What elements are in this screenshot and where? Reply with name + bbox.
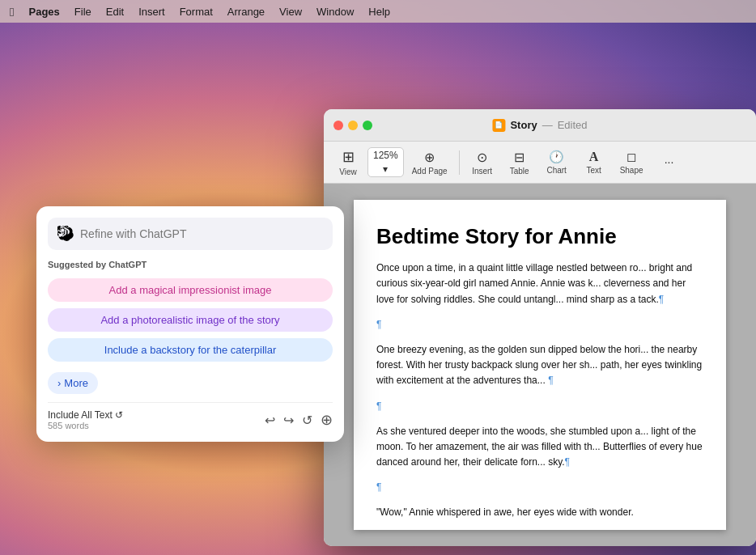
pilcrow-1: ¶ — [659, 294, 664, 305]
more-label: More — [64, 377, 88, 389]
window-edited-label: Edited — [558, 119, 588, 131]
zoom-value: 125% — [373, 150, 398, 161]
menubar-help[interactable]: Help — [368, 6, 390, 18]
paragraph-4: "Wow," Annie whispered in awe, her eyes … — [376, 505, 703, 520]
toolbar-view[interactable]: ⊞ View — [330, 145, 366, 180]
menubar-edit[interactable]: Edit — [106, 6, 124, 18]
include-all-text[interactable]: Include All Text ↺ — [48, 409, 123, 421]
menubar-file[interactable]: File — [74, 6, 91, 18]
addpage-icon: ⊕ — [424, 150, 435, 165]
menubar-arrange[interactable]: Arrange — [227, 6, 265, 18]
suggestions-list: Add a magical impressionist image Add a … — [48, 276, 333, 364]
footer-left: Include All Text ↺ 585 words — [48, 409, 123, 430]
pilcrow-6: ¶ — [376, 481, 381, 493]
suggestion-1[interactable]: Add a magical impressionist image — [48, 278, 333, 302]
chart-label: Chart — [546, 166, 566, 175]
more-button[interactable]: › More — [48, 372, 98, 394]
document-area: Bedtime Story for Annie Once upon a time… — [324, 184, 756, 546]
menubar-insert[interactable]: Insert — [138, 6, 165, 18]
window-title: Story — [510, 119, 537, 131]
document-page: Bedtime Story for Annie Once upon a time… — [354, 200, 726, 530]
suggestion-2[interactable]: Add a photorealistic image of the story — [48, 308, 333, 332]
refresh-button[interactable]: ↺ — [302, 413, 312, 428]
more-icon: ··· — [665, 155, 674, 168]
chatgpt-panel: Suggested by ChatGPT Add a magical impre… — [36, 206, 344, 442]
chatgpt-refine-input[interactable] — [80, 227, 323, 240]
table-icon: ⊟ — [514, 150, 525, 165]
chatgpt-logo-icon — [57, 226, 74, 242]
paragraph-break-2: ¶ — [376, 399, 703, 414]
paragraph-break-1: ¶ — [376, 317, 703, 333]
paragraph-1: Once upon a time, in a quaint little vil… — [376, 261, 703, 307]
menubar-format[interactable]: Format — [180, 6, 213, 18]
redo-button[interactable]: ↪ — [283, 413, 294, 428]
insert-label: Insert — [472, 167, 492, 176]
toolbar-more[interactable]: ··· — [652, 152, 687, 173]
pilcrow-5: ¶ — [565, 456, 570, 468]
apple-menu[interactable]:  — [10, 5, 14, 19]
toolbar-shape[interactable]: ◻ Shape — [614, 146, 650, 178]
traffic-lights[interactable] — [333, 121, 372, 130]
undo-button[interactable]: ↩ — [265, 413, 275, 428]
window-title-separator: — — [542, 119, 553, 131]
minimize-button[interactable] — [348, 121, 358, 130]
toolbar-addpage[interactable]: ⊕ Add Page — [406, 146, 454, 179]
footer-actions: ↩ ↪ ↺ ⊕ — [265, 411, 333, 429]
pilcrow-2: ¶ — [376, 319, 381, 330]
toolbar-text[interactable]: A Text — [576, 146, 612, 178]
paragraph-break-3: ¶ — [376, 480, 703, 495]
shape-label: Shape — [620, 166, 643, 175]
document-title: Bedtime Story for Annie — [376, 224, 703, 249]
close-button[interactable] — [333, 121, 343, 130]
menubar-pages[interactable]: Pages — [28, 6, 59, 18]
panel-footer: Include All Text ↺ 585 words ↩ ↪ ↺ ⊕ — [48, 402, 333, 430]
menubar:  Pages File Edit Insert Format Arrange … — [0, 0, 756, 23]
view-icon: ⊞ — [342, 148, 355, 166]
text-icon: A — [589, 150, 599, 164]
chart-icon: 🕐 — [549, 150, 564, 164]
view-label: View — [339, 167, 357, 176]
toolbar-insert[interactable]: ⊙ Insert — [465, 146, 500, 179]
more-chevron-icon: › — [57, 377, 61, 389]
pilcrow-4: ¶ — [376, 400, 381, 412]
pages-window: 📄 Story — Edited ⊞ View 125% ▾ ⊕ Add Pag… — [324, 109, 756, 546]
text-label: Text — [586, 166, 601, 175]
suggestion-3[interactable]: Include a backstory for the caterpillar — [48, 338, 333, 362]
toolbar-zoom[interactable]: 125% ▾ — [367, 147, 404, 177]
menubar-window[interactable]: Window — [316, 6, 354, 18]
chatgpt-input-row[interactable] — [48, 218, 333, 250]
toolbar-table[interactable]: ⊟ Table — [502, 146, 537, 179]
suggested-by-label: Suggested by ChatGPT — [48, 260, 333, 269]
pages-toolbar: ⊞ View 125% ▾ ⊕ Add Page ⊙ Insert ⊟ Tabl… — [324, 142, 756, 184]
add-button[interactable]: ⊕ — [321, 411, 333, 429]
menubar-view[interactable]: View — [279, 6, 302, 18]
shape-icon: ◻ — [626, 150, 636, 164]
pilcrow-3: ¶ — [548, 375, 553, 386]
toolbar-separator-1 — [459, 150, 460, 175]
table-label: Table — [510, 167, 529, 176]
word-count: 585 words — [48, 421, 123, 430]
zoom-chevron-icon: ▾ — [383, 163, 388, 175]
window-title-area: 📄 Story — Edited — [492, 119, 587, 132]
document-icon: 📄 — [492, 119, 505, 132]
paragraph-2: One breezy evening, as the golden sun di… — [376, 342, 703, 389]
maximize-button[interactable] — [363, 121, 372, 130]
paragraph-3: As she ventured deeper into the woods, s… — [376, 424, 703, 471]
addpage-label: Add Page — [412, 167, 448, 176]
toolbar-chart[interactable]: 🕐 Chart — [539, 146, 575, 178]
insert-icon: ⊙ — [477, 150, 487, 165]
window-titlebar: 📄 Story — Edited — [324, 109, 756, 142]
